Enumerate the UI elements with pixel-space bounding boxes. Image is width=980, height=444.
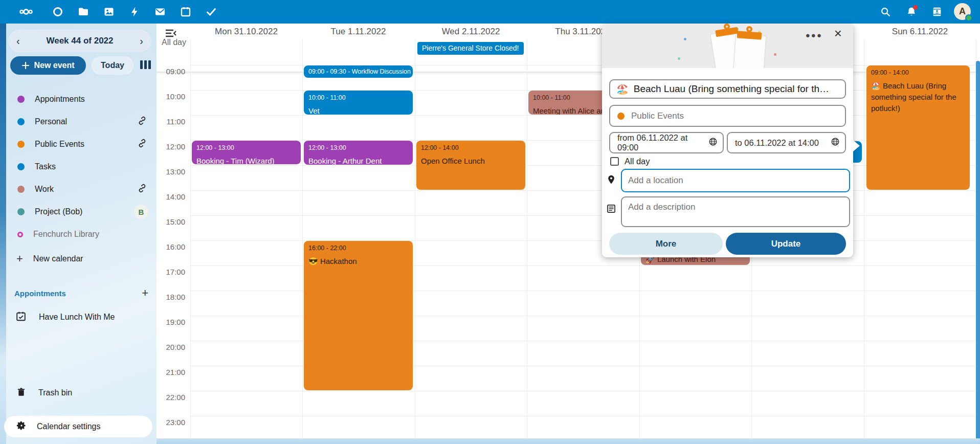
description-input[interactable] — [628, 202, 843, 221]
online-status-dot — [965, 14, 972, 21]
appointment-label: Have Lunch With Me — [39, 313, 149, 322]
activity-app-icon[interactable] — [127, 4, 142, 19]
description-field[interactable] — [621, 196, 850, 227]
calendar-color-dot — [17, 96, 25, 103]
time-slot-row[interactable] — [190, 215, 976, 240]
next-week-button[interactable]: › — [140, 36, 143, 46]
photos-app-icon[interactable] — [101, 4, 117, 19]
hour-label: 18:00 — [159, 293, 185, 301]
day-header-tue: Tue 1.11.2022 — [302, 27, 414, 38]
event-editor-popup: ●●● × 🏖️ Public Events from 06.11.2022 a… — [602, 24, 853, 257]
new-calendar-button[interactable]: + New calendar — [6, 248, 157, 270]
time-slot-row[interactable] — [190, 115, 976, 140]
sidebar-item-appointments[interactable]: Appointments — [6, 88, 157, 110]
gear-icon — [16, 420, 27, 433]
location-input[interactable] — [628, 175, 843, 186]
event-workflow-discussion[interactable]: 09:00 - 09:30 - Workflow Discussion — [304, 65, 413, 78]
sidebar-item-work[interactable]: Work — [6, 178, 157, 201]
location-row — [606, 169, 850, 192]
view-switcher-icon[interactable] — [140, 60, 153, 71]
search-icon[interactable] — [878, 5, 893, 19]
popup-arrow — [853, 140, 860, 151]
add-appointment-button[interactable]: + — [142, 286, 148, 300]
event-hackathon[interactable]: 16:00 - 22:00 😎 Hackathon — [304, 241, 413, 390]
sidebar-item-personal[interactable]: Personal — [6, 110, 157, 133]
tasks-app-icon[interactable] — [204, 4, 219, 19]
event-title-field[interactable]: 🏖️ — [609, 79, 846, 99]
event-booking-tim-wizard[interactable]: 12:00 - 13:00 Booking - Tim (Wizard) — [192, 141, 301, 164]
mail-app-icon[interactable] — [152, 4, 168, 19]
update-button[interactable]: Update — [726, 233, 846, 255]
sidebar-item-project-bob[interactable]: Project (Bob) B — [6, 201, 157, 223]
close-icon[interactable]: × — [834, 27, 842, 40]
event-title-input[interactable] — [634, 83, 839, 95]
time-slot-row[interactable] — [190, 190, 976, 215]
calendar-settings-button[interactable]: Calendar settings — [4, 416, 152, 437]
share-link-icon[interactable] — [137, 183, 147, 195]
event-vet[interactable]: 10:00 - 11:00 Vet — [304, 91, 413, 115]
vertical-scrollbar[interactable] — [976, 61, 980, 441]
time-slot-row[interactable] — [190, 416, 976, 441]
hour-label: 14:00 — [159, 192, 185, 201]
sidebar-item-tasks[interactable]: Tasks — [6, 156, 157, 178]
trash-icon — [16, 387, 26, 399]
week-label: Week 44 of 2022 — [46, 36, 113, 46]
calendar-label: Public Events — [35, 140, 127, 149]
section-title: Appointments — [14, 289, 66, 298]
event-pierres-general-store-closed[interactable]: Pierre's General Store Closed! — [417, 42, 524, 55]
from-datetime-field[interactable]: from 06.11.2022 at 09:00 — [609, 132, 724, 153]
hour-label: 13:00 — [159, 167, 185, 176]
sidebar-item-public-events[interactable]: Public Events — [6, 133, 157, 156]
week-navigation: ‹ Week 44 of 2022 › — [8, 30, 151, 52]
calendar-color-dot — [17, 208, 25, 215]
popup-actions-menu-icon[interactable]: ●●● — [806, 31, 822, 39]
sidebar-item-fenchurch-library[interactable]: Fenchurch Library — [6, 223, 157, 246]
location-field[interactable] — [621, 169, 850, 192]
more-button[interactable]: More — [609, 233, 723, 255]
appointment-item-have-lunch[interactable]: Have Lunch With Me — [6, 306, 157, 328]
timezone-globe-icon[interactable] — [831, 137, 840, 148]
calendar-label: Personal — [35, 117, 127, 126]
description-icon — [606, 204, 616, 216]
calendar-picker[interactable]: Public Events — [609, 105, 846, 127]
share-link-icon[interactable] — [137, 116, 147, 128]
calendar-app-icon-active[interactable] — [178, 4, 193, 19]
to-datetime-field[interactable]: to 06.11.2022 at 14:00 — [727, 132, 846, 153]
time-slot-row[interactable] — [190, 165, 976, 190]
time-slot-row[interactable] — [190, 391, 976, 416]
hour-label: 12:00 — [159, 142, 185, 151]
event-beach-luau[interactable]: 09:00 - 14:00 🏖️ Beach Luau (Bring somet… — [866, 65, 970, 190]
all-day-checkbox-row[interactable]: All day — [610, 157, 650, 166]
day-header-wed: Wed 2.11.2022 — [415, 27, 527, 38]
calendar-picker-value: Public Events — [631, 111, 684, 121]
hour-label: 09:00 — [159, 67, 185, 76]
notifications-bell-icon[interactable] — [904, 5, 919, 19]
hour-label: 20:00 — [159, 343, 185, 351]
hour-label: 17:00 — [159, 268, 185, 276]
avatar[interactable]: A — [954, 3, 971, 20]
hour-label: 22:00 — [159, 393, 185, 402]
files-app-icon[interactable] — [76, 4, 91, 19]
timezone-globe-icon[interactable] — [708, 137, 718, 148]
all-day-checkbox[interactable] — [610, 157, 619, 166]
all-day-label: All day — [157, 38, 186, 47]
today-button[interactable]: Today — [91, 56, 134, 75]
contacts-app-icon[interactable] — [50, 4, 65, 19]
hour-label: 23:00 — [159, 418, 185, 427]
nextcloud-logo-icon[interactable] — [18, 4, 34, 19]
hour-label: 10:00 — [159, 92, 185, 101]
horizontal-scrollbar[interactable] — [157, 438, 980, 444]
event-open-office-lunch[interactable]: 12:00 - 14:00 Open Office Lunch — [416, 141, 525, 190]
calendar-label: Tasks — [35, 162, 149, 171]
title-emoji: 🏖️ — [616, 83, 629, 95]
trash-bin-button[interactable]: Trash bin — [6, 382, 157, 404]
day-header-mon: Mon 31.10.2022 — [190, 27, 302, 38]
new-event-label: New event — [34, 61, 74, 70]
contacts-menu-icon[interactable] — [930, 5, 944, 19]
new-event-button[interactable]: New event — [10, 56, 86, 75]
location-pin-icon — [606, 174, 616, 187]
event-booking-arthur-dent[interactable]: 12:00 - 13:00 Booking - Arthur Dent — [304, 141, 413, 165]
share-link-icon[interactable] — [137, 138, 147, 150]
calendar-color-dot — [17, 186, 25, 193]
prev-week-button[interactable]: ‹ — [16, 36, 20, 46]
